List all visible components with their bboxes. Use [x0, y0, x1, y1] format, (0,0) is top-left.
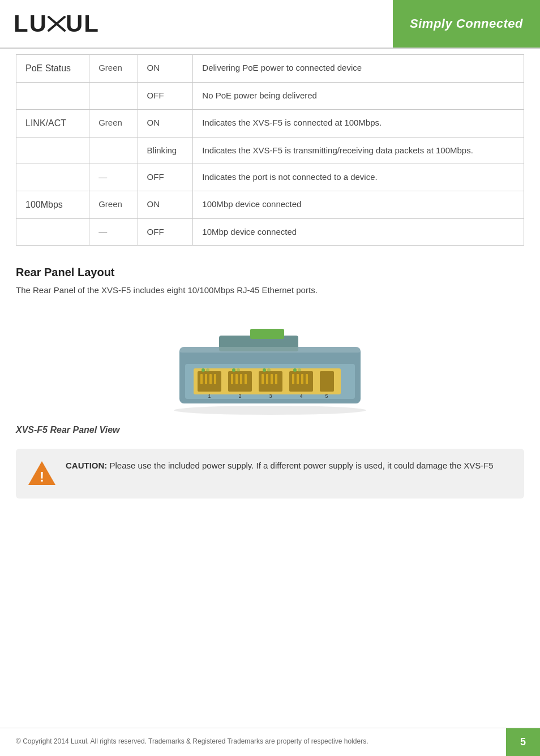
table-row: 100Mbps Green ON 100Mbp device connected — [16, 191, 524, 218]
cell-state: Blinking — [138, 137, 193, 164]
device-image: 1 2 3 4 5 — [162, 319, 378, 415]
svg-rect-17 — [231, 374, 233, 384]
svg-rect-42 — [179, 347, 361, 353]
header: LU UL Simply Connected — [0, 0, 540, 49]
page-wrapper: LU UL Simply Connected — [0, 0, 540, 756]
svg-rect-19 — [240, 374, 242, 384]
main-content: LU UL Simply Connected — [0, 0, 540, 756]
cell-state: OFF — [138, 83, 193, 110]
svg-rect-23 — [271, 374, 273, 384]
svg-point-41 — [298, 368, 301, 372]
footer-page-number: 5 — [506, 728, 540, 756]
caution-label: CAUTION: — [66, 461, 107, 470]
cell-label — [16, 137, 89, 164]
svg-rect-27 — [301, 374, 303, 384]
tagline-box: Simply Connected — [393, 0, 540, 48]
cell-state: ON — [138, 109, 193, 137]
table-row: Blinking Indicates the XVS-F5 is transmi… — [16, 137, 524, 164]
table-row: LINK/ACT Green ON Indicates the XVS-F5 i… — [16, 109, 524, 137]
cell-desc: 100Mbp device connected — [193, 191, 524, 218]
cell-label — [16, 83, 89, 110]
cell-label — [16, 164, 89, 191]
rear-panel-section: Rear Panel Layout The Rear Panel of the … — [0, 257, 540, 313]
table-row: OFF No PoE power being delivered — [16, 83, 524, 110]
svg-text:3: 3 — [269, 393, 272, 399]
cell-desc: Indicates the port is not connected to a… — [193, 164, 524, 191]
caution-body: Please use the included power supply. If… — [110, 461, 494, 470]
cell-desc: No PoE power being delivered — [193, 83, 524, 110]
cell-color: Green — [89, 109, 138, 137]
cell-color: Green — [89, 55, 138, 83]
cell-label: PoE Status — [16, 55, 89, 83]
table-row: — OFF Indicates the port is not connecte… — [16, 164, 524, 191]
svg-point-39 — [267, 368, 271, 372]
cell-color: — — [89, 164, 138, 191]
svg-text:1: 1 — [208, 393, 211, 399]
logo-x-icon — [48, 11, 66, 36]
svg-rect-26 — [297, 374, 299, 384]
svg-rect-13 — [200, 374, 203, 384]
svg-point-36 — [232, 368, 235, 372]
cell-desc: Indicates the XVS-F5 is connected at 100… — [193, 109, 524, 137]
footer-copyright: © Copyright 2014 Luxul. All rights reser… — [0, 728, 506, 756]
cell-color: Green — [89, 191, 138, 218]
table-row: — OFF 10Mbp device connected — [16, 218, 524, 246]
svg-rect-25 — [292, 374, 294, 384]
cell-label — [16, 218, 89, 246]
svg-rect-18 — [235, 374, 238, 384]
logo-lu: LU — [14, 10, 48, 37]
led-table: PoE Status Green ON Delivering PoE power… — [16, 54, 524, 246]
caution-text: CAUTION: Please use the included power s… — [66, 459, 494, 472]
svg-rect-28 — [306, 374, 308, 384]
image-caption: XVS-F5 Rear Panel View — [0, 425, 540, 443]
device-svg: 1 2 3 4 5 — [162, 319, 378, 415]
cell-color: — — [89, 218, 138, 246]
svg-text:!: ! — [40, 469, 44, 484]
svg-rect-24 — [275, 374, 277, 384]
svg-rect-14 — [205, 374, 207, 384]
svg-text:5: 5 — [325, 393, 328, 399]
logo-ul: UL — [66, 10, 100, 37]
logo: LU UL — [14, 10, 100, 37]
svg-point-35 — [206, 368, 209, 372]
cell-state: OFF — [138, 164, 193, 191]
logo-area: LU UL — [0, 0, 393, 48]
svg-rect-21 — [262, 374, 264, 384]
svg-point-34 — [202, 368, 205, 372]
logo-x-symbol — [48, 11, 66, 36]
cell-label: LINK/ACT — [16, 109, 89, 137]
svg-text:4: 4 — [299, 393, 302, 399]
rear-panel-body: The Rear Panel of the XVS-F5 includes ei… — [16, 284, 524, 297]
svg-text:2: 2 — [238, 393, 241, 399]
device-image-container: 1 2 3 4 5 — [0, 319, 540, 415]
svg-rect-12 — [320, 371, 334, 392]
svg-rect-15 — [209, 374, 212, 384]
cell-label: 100Mbps — [16, 191, 89, 218]
rear-panel-title: Rear Panel Layout — [16, 266, 524, 279]
cell-desc: 10Mbp device connected — [193, 218, 524, 246]
svg-rect-20 — [245, 374, 247, 384]
caution-icon: ! — [27, 459, 57, 488]
cell-state: OFF — [138, 218, 193, 246]
led-table-container: PoE Status Green ON Delivering PoE power… — [0, 49, 540, 257]
svg-point-38 — [263, 368, 266, 372]
cell-desc: Indicates the XVS-F5 is transmitting/rec… — [193, 137, 524, 164]
cell-color — [89, 83, 138, 110]
svg-point-40 — [293, 368, 297, 372]
cell-state: ON — [138, 191, 193, 218]
svg-point-37 — [237, 368, 240, 372]
cell-desc: Delivering PoE power to connected device — [193, 55, 524, 83]
caution-box: ! CAUTION: Please use the included power… — [16, 449, 524, 499]
svg-rect-22 — [266, 374, 268, 384]
svg-point-2 — [174, 406, 366, 415]
warning-triangle-icon: ! — [27, 459, 57, 488]
tagline-text: Simply Connected — [410, 16, 523, 31]
svg-rect-16 — [214, 374, 216, 384]
cell-color — [89, 137, 138, 164]
table-row: PoE Status Green ON Delivering PoE power… — [16, 55, 524, 83]
svg-rect-5 — [250, 329, 284, 339]
cell-state: ON — [138, 55, 193, 83]
footer: © Copyright 2014 Luxul. All rights reser… — [0, 728, 540, 756]
